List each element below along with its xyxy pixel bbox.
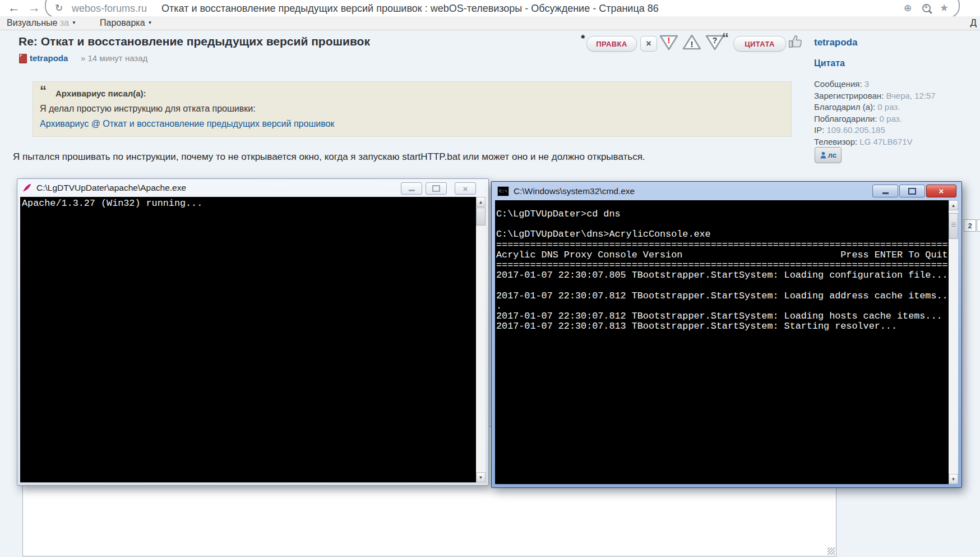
console-text: Apache/1.3.27 (Win32) running... <box>20 197 486 209</box>
minimize-button[interactable] <box>872 185 898 197</box>
close-button[interactable]: × <box>926 185 956 197</box>
stat-value: LG 47LB671V <box>859 137 912 146</box>
edit-button[interactable]: ПРАВКА <box>586 36 637 52</box>
scroll-down-button[interactable]: ▼ <box>476 472 486 482</box>
maximize-glyph <box>432 185 440 192</box>
private-message-button[interactable]: лс <box>815 147 842 163</box>
quote-text: Я делал простую инструкцию для отката пр… <box>40 104 256 114</box>
meta-separator: » <box>81 53 85 63</box>
question-icon[interactable]: ? <box>705 34 724 50</box>
stat-row: Телевизор: LG 47LB671V <box>814 136 936 148</box>
edit-star-glyph: * <box>581 33 585 45</box>
window-controls: × <box>397 182 476 195</box>
console-scrollbar[interactable]: ▲ ▼ <box>476 197 486 482</box>
console-line: C:\LgDTVUpDater\dns>AcrylicConsole.exe <box>496 229 958 240</box>
cmd-console-output[interactable]: C:\LgDTVUpDater>cd dns C:\LgDTVUpDater\d… <box>495 200 958 484</box>
globe-icon[interactable]: ⊕ <box>904 2 912 14</box>
console-line: Acrylic DNS Proxy Console Version Press … <box>496 250 958 260</box>
time-label: 14 минут назад <box>88 53 148 63</box>
delete-post-button[interactable]: × <box>640 36 657 52</box>
scroll-down-button[interactable]: ▼ <box>949 474 958 484</box>
zoom-icon[interactable]: + <box>922 4 931 12</box>
stat-label: Сообщения: <box>814 79 862 89</box>
browser-toolbar: ← → ↻ webos-forums.ru Откат и восстановл… <box>0 0 980 16</box>
scroll-up-button[interactable]: ▲ <box>949 200 958 210</box>
stat-label: IP: <box>814 125 824 135</box>
bookmark-label: Визуальные <box>7 18 57 27</box>
bookmark-star-icon[interactable]: ★ <box>940 2 949 14</box>
scroll-thumb[interactable] <box>949 213 958 239</box>
stat-label: Телевизор: <box>814 137 857 146</box>
quote-source-link[interactable]: Архивариус @ Откат и восстановление пред… <box>40 119 334 129</box>
apache-window-title: C:\LgDTVUpDater\apache\Apache.exe <box>36 183 186 193</box>
post-page-icon[interactable] <box>19 54 27 63</box>
console-scrollbar[interactable]: ▲ ▼ <box>949 200 958 484</box>
thumb-grip <box>951 223 956 223</box>
chevron-down-icon: ▼ <box>72 20 76 25</box>
person-icon <box>820 151 827 159</box>
thumbs-up-icon[interactable] <box>787 33 804 50</box>
stat-row: IP: 109.60.205.185 <box>814 125 936 136</box>
url-domain: webos-forums.ru <box>72 3 147 15</box>
maximize-glyph <box>908 188 916 195</box>
pagination-page-button[interactable]: 8 <box>977 219 980 232</box>
console-line: Apache/1.3.27 (Win32) running... <box>22 199 486 209</box>
maximize-button[interactable] <box>426 182 447 195</box>
minimize-glyph <box>882 192 889 194</box>
report-excl-glyph: ! <box>668 35 671 45</box>
warn-icon[interactable]: ! <box>682 34 701 50</box>
close-glyph: × <box>939 186 944 196</box>
cmd-console-window[interactable]: C:\ C:\Windows\system32\cmd.exe × C:\LgD… <box>491 181 962 488</box>
sidebar-username-link[interactable]: tetrapoda <box>814 37 857 48</box>
sidebar-quote-link[interactable]: Цитата <box>814 58 845 68</box>
close-button[interactable]: × <box>455 182 476 195</box>
minimize-button[interactable] <box>401 182 422 195</box>
scroll-thumb[interactable] <box>476 208 486 225</box>
maximize-button[interactable] <box>899 185 925 197</box>
scroll-up-button[interactable]: ▲ <box>476 197 486 207</box>
post-time: » 14 минут назад <box>81 53 147 63</box>
pagination-page-button[interactable]: 2 <box>964 219 976 232</box>
quote-header: Архивариус писал(а): <box>56 89 146 98</box>
stat-value: 109.60.205.185 <box>827 125 885 135</box>
stat-row: Зарегистрирован: Вчера, 12:57 <box>814 90 936 102</box>
report-icon[interactable]: ! <box>659 34 678 50</box>
console-line <box>496 219 958 229</box>
post-title: Re: Откат и восстановление предыдущих ве… <box>19 35 370 48</box>
author-link[interactable]: tetrapoda <box>30 53 68 63</box>
bookmark-label: Пароварка <box>100 18 145 27</box>
console-line: . <box>496 301 958 311</box>
console-line: 2017-01-07 22:30:07.813 TBootstrapper.St… <box>496 321 958 332</box>
console-line: 2017-01-07 22:30:07.812 TBootstrapper.St… <box>496 291 958 301</box>
resize-grip-icon[interactable] <box>828 547 835 555</box>
stat-row: Поблагодарили: 0 раз. <box>814 113 936 125</box>
reload-icon[interactable]: ↻ <box>55 2 63 14</box>
chevron-down-icon: ▼ <box>148 20 152 25</box>
post-body-text: Я пытался прошивать по инструкции, почем… <box>13 151 798 163</box>
question-glyph: ? <box>713 36 718 45</box>
back-icon[interactable]: ← <box>8 1 20 15</box>
stat-value: 0 раз. <box>880 114 902 123</box>
apache-window-titlebar[interactable]: C:\LgDTVUpDater\apache\Apache.exe × <box>17 179 488 197</box>
warn-excl-glyph: ! <box>691 39 694 49</box>
bookmark-item-parovarka[interactable]: Пароварка▼ <box>100 18 152 28</box>
console-line: C:\LgDTVUpDater>cd dns <box>496 209 958 219</box>
stat-label: Благодарил (а): <box>814 102 875 112</box>
cmd-window-titlebar[interactable]: C:\ C:\Windows\system32\cmd.exe × <box>492 182 961 200</box>
quote-button[interactable]: ЦИТАТА <box>733 36 786 52</box>
zoom-plus-glyph: + <box>924 3 928 10</box>
screen: ← → ↻ webos-forums.ru Откат и восстановл… <box>0 0 980 557</box>
console-line <box>496 280 958 291</box>
bookmark-item-visual[interactable]: Визуальные за▼ <box>7 18 76 28</box>
page-title-text: Откат и восстановление предыдущих версий… <box>161 3 659 15</box>
bookmarks-overflow[interactable]: Д <box>970 17 977 29</box>
apache-console-window[interactable]: C:\LgDTVUpDater\apache\Apache.exe × Apac… <box>17 178 489 486</box>
stat-value: 0 раз. <box>877 102 900 112</box>
console-line: 2017-01-07 22:30:07.805 TBootstrapper.St… <box>496 270 958 280</box>
pm-label: лс <box>828 151 836 159</box>
cmd-icon: C:\ <box>497 186 509 196</box>
stat-row: Сообщения: 3 <box>814 79 936 90</box>
forward-icon[interactable]: → <box>28 1 40 15</box>
apache-console-output[interactable]: Apache/1.3.27 (Win32) running... ▲ ▼ <box>20 197 486 482</box>
console-line: ========================================… <box>496 240 958 250</box>
